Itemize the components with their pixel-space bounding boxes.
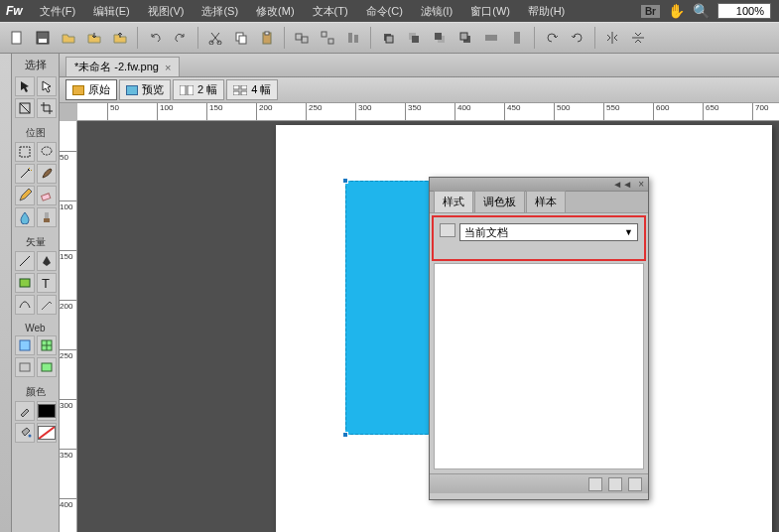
show-slice-tool[interactable] (37, 357, 57, 377)
rectangle-shape[interactable] (345, 181, 433, 435)
crop-tool[interactable] (37, 98, 57, 118)
lasso-tool[interactable] (37, 142, 57, 162)
panel-close-icon[interactable]: × (638, 179, 644, 190)
slice-tool[interactable] (37, 335, 57, 355)
bucket-tool[interactable] (15, 423, 35, 443)
menu-command[interactable]: 命令(C) (358, 2, 411, 21)
pointer-tool[interactable] (15, 76, 35, 96)
view-4up-button[interactable]: 4 幅 (226, 79, 278, 100)
stroke-color[interactable] (37, 401, 57, 421)
freeform-tool[interactable] (15, 295, 35, 315)
panel-tab-samples[interactable]: 样本 (526, 191, 566, 212)
subselect-tool[interactable] (37, 76, 57, 96)
menu-filter[interactable]: 滤镜(I) (413, 2, 460, 21)
cut-button[interactable] (204, 27, 226, 49)
pencil-tool[interactable] (15, 186, 35, 205)
paste-button[interactable] (256, 27, 278, 49)
svg-rect-37 (20, 340, 30, 350)
eyedropper-tool[interactable] (15, 401, 35, 421)
text-tool[interactable]: T (37, 273, 57, 293)
menu-edit[interactable]: 编辑(E) (85, 2, 138, 21)
view-preview-button[interactable]: 预览 (119, 79, 171, 100)
group-button[interactable] (291, 27, 313, 49)
zoom-icon[interactable]: 🔍 (693, 3, 710, 19)
stamp-tool[interactable] (37, 207, 57, 227)
copy-button[interactable] (230, 27, 252, 49)
blur-tool[interactable] (15, 207, 35, 227)
svg-rect-22 (460, 33, 467, 40)
svg-rect-43 (180, 85, 186, 95)
ruler-horizontal: 5010015020025030035040045050055060065070… (77, 103, 779, 121)
knife-tool[interactable] (37, 295, 57, 315)
panel-collapse-icon[interactable]: ◄◄ (612, 179, 632, 190)
styles-list[interactable] (434, 263, 644, 469)
undo-button[interactable] (144, 27, 166, 49)
arrange2-button[interactable] (506, 27, 528, 49)
menu-select[interactable]: 选择(S) (194, 2, 246, 21)
svg-rect-33 (44, 218, 50, 222)
close-icon[interactable]: × (165, 62, 171, 73)
ungroup-button[interactable] (317, 27, 338, 49)
send-backward-button[interactable] (429, 27, 451, 49)
menu-modify[interactable]: 修改(M) (248, 2, 303, 21)
delete-style-icon[interactable] (628, 477, 642, 491)
dock-rail[interactable] (0, 54, 12, 532)
bridge-badge[interactable]: Br (641, 5, 660, 18)
rect-tool[interactable] (15, 273, 35, 293)
rotate-right-button[interactable] (567, 27, 588, 49)
rotate-left-button[interactable] (541, 27, 563, 49)
pen-tool[interactable] (37, 251, 57, 271)
fill-color[interactable] (37, 423, 57, 443)
eraser-tool[interactable] (37, 186, 57, 205)
marquee-tool[interactable] (15, 142, 35, 162)
open-button[interactable] (58, 27, 79, 49)
brush-tool[interactable] (37, 164, 57, 184)
align-button[interactable] (342, 27, 364, 49)
wand-tool[interactable] (15, 164, 35, 184)
panel-tab-swatches[interactable]: 调色板 (474, 191, 525, 212)
styles-source-select[interactable]: 当前文档▼ (459, 223, 638, 241)
svg-rect-46 (241, 85, 247, 89)
link-style-icon[interactable] (588, 477, 602, 491)
menu-text[interactable]: 文本(T) (305, 2, 356, 21)
view-original-button[interactable]: 原始 (65, 79, 117, 100)
flip-h-button[interactable] (601, 27, 623, 49)
menu-help[interactable]: 帮助(H) (520, 2, 573, 21)
scale-tool[interactable] (15, 98, 35, 118)
hotspot-tool[interactable] (15, 335, 35, 355)
new-style-icon[interactable] (608, 477, 622, 491)
svg-rect-18 (412, 36, 419, 43)
svg-rect-23 (485, 35, 489, 41)
send-back-button[interactable] (454, 27, 476, 49)
arrange1-button[interactable] (480, 27, 502, 49)
zoom-input[interactable]: 100% (717, 3, 771, 19)
svg-rect-10 (302, 37, 308, 43)
view-2up-button[interactable]: 2 幅 (173, 79, 224, 100)
styles-panel[interactable]: ◄◄ × 样式 调色板 样本 当前文档▼ (429, 177, 649, 500)
save-button[interactable] (32, 27, 54, 49)
bring-forward-button[interactable] (403, 27, 425, 49)
hand-icon[interactable]: ✋ (668, 3, 685, 19)
tools-panel: 选择 位图 矢量 T Web (12, 54, 60, 532)
hide-slice-tool[interactable] (15, 357, 35, 377)
svg-text:T: T (42, 276, 50, 290)
svg-rect-2 (39, 39, 47, 43)
export-button[interactable] (109, 27, 131, 49)
panel-footer (430, 473, 648, 493)
menu-file[interactable]: 文件(F) (32, 2, 83, 21)
svg-rect-11 (322, 32, 326, 37)
menu-window[interactable]: 窗口(W) (462, 2, 518, 21)
svg-rect-8 (265, 32, 269, 35)
svg-rect-0 (12, 32, 21, 44)
doc-tab[interactable]: *未命名 -2.fw.png × (65, 57, 180, 76)
svg-point-31 (42, 147, 52, 155)
import-button[interactable] (83, 27, 105, 49)
redo-button[interactable] (170, 27, 192, 49)
bring-front-button[interactable] (377, 27, 399, 49)
panel-header[interactable]: ◄◄ × (430, 178, 648, 192)
flip-v-button[interactable] (627, 27, 649, 49)
menu-view[interactable]: 视图(V) (140, 2, 193, 21)
new-button[interactable] (6, 27, 28, 49)
panel-tab-styles[interactable]: 样式 (434, 191, 473, 212)
line-tool[interactable] (15, 251, 35, 271)
